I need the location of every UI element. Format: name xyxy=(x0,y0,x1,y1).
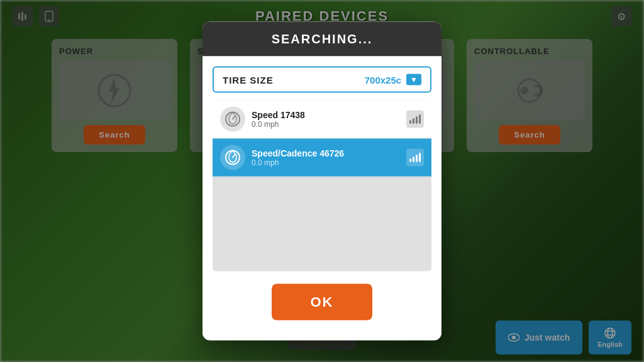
device-name-speed-cadence-46726: Speed/Cadence 46726 xyxy=(252,148,400,158)
modal-title: SEARCHING... xyxy=(272,32,373,46)
ant-signal-icon xyxy=(409,114,421,124)
svg-line-15 xyxy=(233,116,235,119)
device-ant-badge-speed-cadence-46726 xyxy=(406,149,424,167)
device-info-speed-17438: Speed 17438 0.0 mph xyxy=(252,110,400,129)
speed-sensor-icon xyxy=(224,111,242,128)
device-item-speed-cadence-46726[interactable]: Speed/Cadence 46726 0.0 mph xyxy=(213,139,431,177)
svg-rect-19 xyxy=(419,115,421,124)
device-info-speed-cadence-46726: Speed/Cadence 46726 0.0 mph xyxy=(252,148,400,167)
speed-cadence-icon-circle xyxy=(220,145,245,170)
device-item-speed-17438[interactable]: Speed 17438 0.0 mph xyxy=(213,101,431,139)
search-modal: SEARCHING... TIRE SIZE 700x25c ▼ xyxy=(203,22,441,341)
device-speed-speed-17438: 0.0 mph xyxy=(252,120,400,129)
svg-rect-16 xyxy=(409,121,411,124)
device-name-speed-17438: Speed 17438 xyxy=(252,110,400,120)
ant-signal-icon-selected xyxy=(409,153,421,163)
device-ant-badge-speed-17438 xyxy=(406,111,424,128)
svg-rect-25 xyxy=(419,153,421,162)
svg-rect-18 xyxy=(416,117,418,124)
svg-rect-23 xyxy=(413,157,414,162)
speed-sensor-icon-circle xyxy=(220,107,245,132)
svg-rect-24 xyxy=(416,155,418,162)
tire-size-row[interactable]: TIRE SIZE 700x25c ▼ xyxy=(213,67,431,93)
ok-button[interactable]: OK xyxy=(272,284,372,321)
tire-size-value: 700x25c ▼ xyxy=(365,74,421,85)
modal-header: SEARCHING... xyxy=(203,22,441,57)
modal-body: TIRE SIZE 700x25c ▼ Speed 17438 xyxy=(203,57,441,341)
svg-line-21 xyxy=(233,155,235,158)
svg-rect-22 xyxy=(409,159,411,162)
device-speed-speed-cadence-46726: 0.0 mph xyxy=(252,158,400,167)
device-list-empty-area xyxy=(213,177,431,272)
tire-size-dropdown-arrow[interactable]: ▼ xyxy=(406,74,421,85)
tire-size-label: TIRE SIZE xyxy=(223,74,274,85)
tire-size-text: 700x25c xyxy=(365,74,401,85)
device-list: Speed 17438 0.0 mph xyxy=(213,101,431,272)
speed-cadence-sensor-icon xyxy=(224,149,242,167)
svg-rect-17 xyxy=(413,119,414,124)
